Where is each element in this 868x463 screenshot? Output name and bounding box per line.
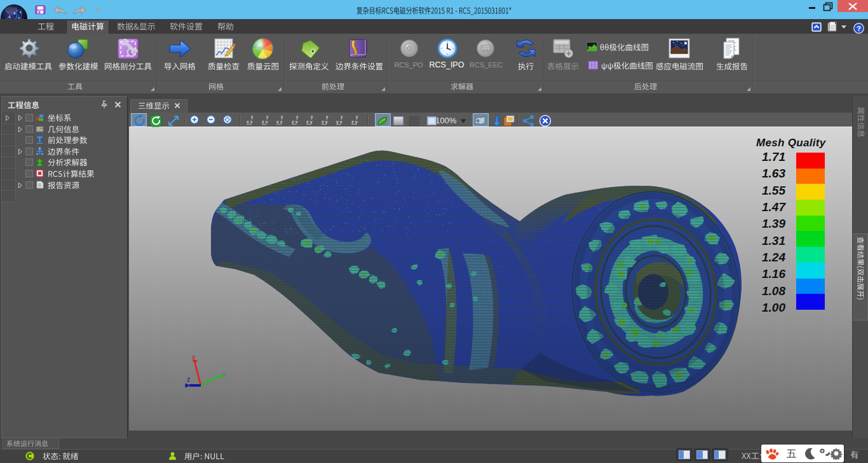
svg-text:z y: z y xyxy=(306,119,313,125)
svg-text:z y: z y xyxy=(351,119,358,125)
svg-text:z: z xyxy=(187,375,191,383)
svg-text:x z: x z xyxy=(276,119,283,125)
svg-text:x z: x z xyxy=(247,119,253,125)
svg-text:x: x xyxy=(192,353,196,361)
svg-text:z y: z y xyxy=(322,119,328,125)
svg-text:y: y xyxy=(222,370,226,377)
svg-text:y x: y x xyxy=(336,119,342,125)
svg-text:?: ? xyxy=(857,25,861,32)
svg-text:z x: z x xyxy=(262,119,268,125)
svg-text:z x: z x xyxy=(292,119,298,125)
